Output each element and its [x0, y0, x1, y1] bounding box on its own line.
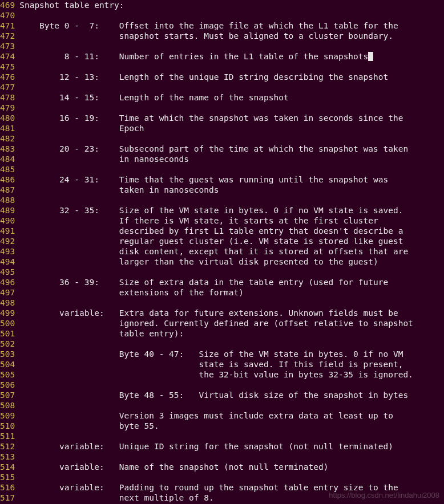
code-line: extensions of the format) — [19, 287, 413, 298]
code-area[interactable]: Snapshot table entry: Byte 0 - 7: Offset… — [16, 0, 413, 503]
code-line: in nanoseconds — [19, 154, 413, 164]
code-line: regular guest cluster (i.e. VM state is … — [19, 236, 413, 246]
code-line: Byte 40 - 47: Size of the VM state in by… — [19, 349, 413, 359]
code-line: disk content, except that it is stored a… — [19, 246, 413, 257]
line-number-gutter: 469 470 471 472 473 474 475 476 477 478 … — [0, 0, 16, 503]
code-line — [19, 298, 413, 308]
code-line: ignored. Currently defined are (offset r… — [19, 318, 413, 328]
code-line: snapshot starts. Must be aligned to a cl… — [19, 31, 413, 41]
code-line: Epoch — [19, 123, 413, 133]
code-line: the 32-bit value in bytes 32-35 is ignor… — [19, 369, 413, 380]
code-line: larger than the virtual disk presented t… — [19, 257, 413, 267]
code-line: Byte 0 - 7: Offset into the image file a… — [19, 21, 413, 31]
code-line — [19, 452, 413, 462]
code-line — [19, 472, 413, 482]
code-line: state is saved. If this field is present… — [19, 359, 413, 369]
code-line: table entry): — [19, 328, 413, 339]
code-line: byte 55. — [19, 421, 413, 431]
code-line — [19, 400, 413, 410]
code-line: Byte 48 - 55: Virtual disk size of the s… — [19, 390, 413, 400]
code-line: 16 - 19: Time at which the snapshot was … — [19, 113, 413, 123]
code-line: variable: Padding to round up the snapsh… — [19, 482, 413, 493]
code-line: Snapshot table entry: — [19, 0, 413, 10]
text-editor[interactable]: 469 470 471 472 473 474 475 476 477 478 … — [0, 0, 444, 503]
code-line — [19, 82, 413, 92]
code-line — [19, 103, 413, 113]
text-cursor — [368, 52, 373, 61]
code-line — [19, 133, 413, 144]
code-line — [19, 164, 413, 174]
code-line — [19, 339, 413, 349]
code-line — [19, 267, 413, 277]
code-line — [19, 10, 413, 21]
code-line: 36 - 39: Size of extra data in the table… — [19, 277, 413, 287]
code-line: variable: Unique ID string for the snaps… — [19, 441, 413, 452]
code-line: If there is VM state, it starts at the f… — [19, 216, 413, 226]
code-line — [19, 62, 413, 72]
code-line — [19, 41, 413, 51]
code-line: taken in nanoseconds — [19, 185, 413, 195]
code-line: 20 - 23: Subsecond part of the time at w… — [19, 144, 413, 154]
code-line — [19, 431, 413, 441]
code-line: 24 - 31: Time that the guest was running… — [19, 174, 413, 185]
code-line: 14 - 15: Length of the name of the snaps… — [19, 92, 413, 103]
code-line: 12 - 13: Length of the unique ID string … — [19, 72, 413, 82]
code-line: Version 3 images must include extra data… — [19, 410, 413, 421]
code-line: next multiple of 8. — [19, 493, 413, 503]
code-line: variable: Extra data for future extensio… — [19, 308, 413, 318]
code-line: 32 - 35: Size of the VM state in bytes. … — [19, 205, 413, 216]
code-line: variable: Name of the snapshot (not null… — [19, 462, 413, 472]
code-line: 8 - 11: Number of entries in the L1 tabl… — [19, 51, 413, 62]
code-line — [19, 380, 413, 390]
code-line: described by first L1 table entry that d… — [19, 226, 413, 236]
code-line — [19, 195, 413, 205]
